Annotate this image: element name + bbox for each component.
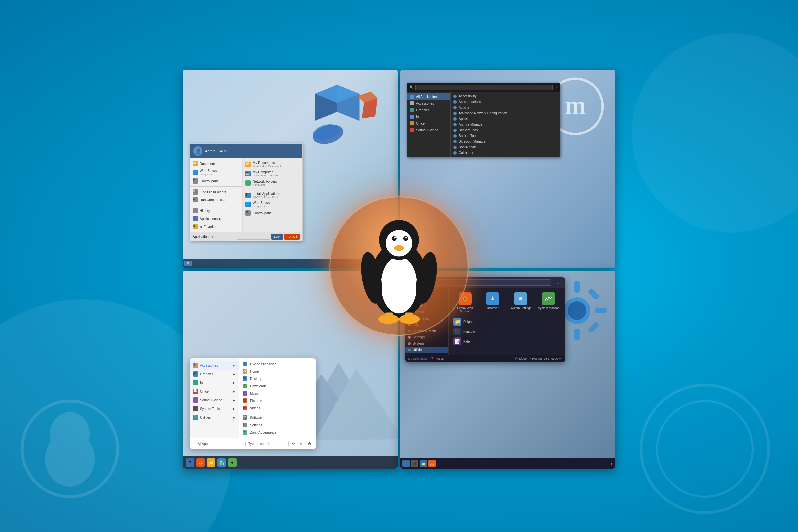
- menu-item-documents[interactable]: 📁 Documents: [190, 159, 242, 168]
- menu-item-mycomputer[interactable]: 💻 My Computer Documents Computer: [243, 169, 302, 178]
- menu-item-webbrowser2[interactable]: 🌐 Web Browser Konqueror: [243, 200, 302, 209]
- all-apps-button[interactable]: → All Apps: [193, 442, 209, 445]
- zorin-app-appearance[interactable]: ✦ Zorin Appearance: [240, 429, 316, 436]
- cat-all-apps[interactable]: All Applications: [407, 93, 450, 100]
- menu-item-webbrowser[interactable]: 🌐 Web Browser Konqueror: [190, 168, 242, 177]
- zorin-firefox-btn[interactable]: 🦊: [196, 458, 205, 467]
- zorin-cat-utilities[interactable]: 🔧 Utilities ►: [190, 413, 239, 422]
- zorin-cat-system[interactable]: ⚙ System Tools ►: [190, 404, 239, 413]
- cat-office[interactable]: Office: [407, 120, 450, 127]
- menu-item-find[interactable]: 🔍 Find Files/Folders: [190, 188, 242, 196]
- menu-search-input[interactable]: [237, 234, 270, 240]
- app-accessibility[interactable]: Accessibility: [451, 93, 559, 99]
- kde-task2[interactable]: 📁: [420, 460, 427, 467]
- settings-icon-btn[interactable]: ⚙: [290, 440, 297, 447]
- zorin-cat-internet[interactable]: 🌐 Internet ►: [190, 378, 239, 387]
- username-label: Admin_Q4OS: [205, 149, 228, 153]
- zorin-cat-accessories[interactable]: ⚙ Accessories ►: [190, 361, 239, 370]
- kde-shutdown-btn[interactable]: ⏻ Shut Down: [544, 357, 562, 360]
- app-dot: [453, 146, 457, 149]
- app-calculator[interactable]: Calculator: [451, 150, 559, 156]
- svg-rect-20: [574, 328, 580, 341]
- cat-internet[interactable]: Internet: [407, 113, 450, 120]
- app-dot: [453, 100, 457, 104]
- zorin-app-settings[interactable]: ⚙ Settings: [240, 421, 316, 429]
- menu-item-controlpanel2[interactable]: ⚙ Control panel: [243, 209, 302, 217]
- zorin-app-pictures[interactable]: 🖼 Pictures: [240, 397, 316, 404]
- app-bluetooth[interactable]: Bluetooth Manager: [451, 139, 559, 144]
- zorin-menu-body: ⚙ Accessories ► 🖼 Graphics ►: [190, 358, 316, 438]
- app-dot: [453, 134, 457, 138]
- menu-item-mydocs[interactable]: 📁 My Documents /home/admin/Documents: [243, 159, 302, 169]
- zorin-search-input[interactable]: [245, 440, 289, 447]
- kde-places-tab[interactable]: 📍 Places: [430, 357, 444, 360]
- zorin-app-home[interactable]: 🏠 Home: [240, 368, 316, 375]
- power-icon-btn[interactable]: ⏻: [306, 440, 312, 447]
- zorin-cat-graphics[interactable]: 🖼 Graphics ►: [190, 370, 239, 378]
- refresh-icon-btn[interactable]: ↺: [298, 440, 305, 447]
- zorin-extra-btn[interactable]: +: [228, 458, 237, 467]
- kde-nav-tabs: ⊞ Applications 📍 Places: [408, 357, 443, 360]
- footer-buttons: Lock TurnOff: [237, 234, 300, 240]
- start-button[interactable]: ⊞: [184, 261, 191, 266]
- cat-accessories[interactable]: Accessories: [407, 100, 450, 107]
- app-archive[interactable]: Archive Manager: [451, 122, 559, 127]
- menu-item-favorites[interactable]: ★ ★ Favorites: [190, 223, 242, 231]
- app-advanced-network[interactable]: Advanced Network Configuration: [451, 110, 559, 116]
- zorin-apps-btn[interactable]: ⊞: [186, 458, 194, 467]
- zorin-app-software[interactable]: 📦 Software: [240, 414, 316, 421]
- menu-item-controlpanel[interactable]: ⚙ Control panel: [190, 177, 242, 185]
- kde-cat-utilities[interactable]: Utilities: [405, 347, 448, 353]
- start-menu-q4os: 👤 Admin_Q4OS 📁 Documents 🌐 Web Browser: [190, 143, 303, 241]
- kde-app-systemsettings[interactable]: System Settings: [508, 292, 533, 313]
- mint-search-input[interactable]: [415, 85, 553, 91]
- menu-item-install[interactable]: ⬇ Install Applications Q4OS Software Cen…: [243, 191, 302, 200]
- mint-search-bar: 🔍 ⌕: [407, 83, 559, 92]
- music-icon: ♪: [243, 391, 247, 396]
- lock-button[interactable]: Lock: [271, 234, 283, 240]
- decorative-3d-shapes: [301, 75, 391, 158]
- kde-app-systemmonitor[interactable]: System Monitor: [536, 292, 561, 313]
- menu-item-applications[interactable]: □ Applications ►: [190, 215, 242, 223]
- menu-item-network[interactable]: 🌐 Network Folders Konqueror: [243, 178, 302, 188]
- kde-app-discover[interactable]: Discover: [480, 292, 506, 313]
- zorin-app-videos[interactable]: ▶ Videos: [240, 404, 316, 412]
- app-boot-repair[interactable]: Boot Repair: [451, 144, 559, 150]
- search-icon: 🔍: [409, 86, 414, 90]
- zorin-app-downloads[interactable]: ⬇ Downloads: [240, 382, 316, 390]
- zorin-app-music[interactable]: ♪ Music: [240, 390, 316, 397]
- app-backgrounds[interactable]: Backgrounds: [451, 127, 559, 133]
- kde-start-btn[interactable]: ⊞: [402, 460, 410, 467]
- kde-app-kate[interactable]: 📝 Kate: [451, 337, 563, 346]
- cat-dot: [410, 128, 414, 132]
- menu-body: 📁 Documents 🌐 Web Browser Konqueror ⚙: [190, 158, 302, 232]
- zorin-store-btn[interactable]: 🏪: [217, 458, 226, 467]
- zorin-cat-sound[interactable]: ♪ Sound & Video ►: [190, 396, 239, 404]
- kde-restart-btn[interactable]: ↺ Restart: [529, 357, 542, 360]
- install-icon: ⬇: [245, 192, 251, 198]
- app-backup[interactable]: Backup Tool: [451, 133, 559, 139]
- kde-applications-tab[interactable]: ⊞ Applications: [408, 357, 428, 360]
- kde-sleep-btn[interactable]: 💤 Sleep: [514, 357, 527, 360]
- turnoff-button[interactable]: TurnOff: [284, 234, 300, 240]
- svg-point-18: [568, 301, 586, 320]
- zorin-app-liveuser[interactable]: 👤 Live session user: [240, 360, 316, 368]
- allapps-arrow: →: [193, 442, 196, 445]
- zorin-cat-office[interactable]: 📄 Office ►: [190, 387, 239, 396]
- kde-task1[interactable]: ⬛: [411, 460, 418, 467]
- app-actions[interactable]: Actions: [451, 105, 559, 110]
- cat-sound[interactable]: Sound & Video: [407, 127, 450, 133]
- zorin-files-btn[interactable]: 📁: [207, 458, 215, 467]
- svg-point-38: [386, 230, 412, 257]
- app-applets[interactable]: Applets: [451, 116, 559, 122]
- home-icon: 🏠: [243, 369, 247, 374]
- app-account[interactable]: Account details: [451, 99, 559, 105]
- controlpanel-icon: ⚙: [192, 178, 198, 184]
- zorin-app-desktop[interactable]: 🖥 Desktop: [240, 375, 316, 382]
- kde-task3[interactable]: 🦊: [428, 460, 436, 467]
- kde-cat-system[interactable]: System: [405, 341, 448, 347]
- menu-item-history[interactable]: ⏱ History: [190, 207, 242, 215]
- menu-item-run[interactable]: ▶ Run Command...: [190, 196, 242, 204]
- cat-graphics[interactable]: Graphics: [407, 107, 450, 113]
- mint-menu: 🔍 ⌕ All Applications Accessories: [407, 83, 560, 157]
